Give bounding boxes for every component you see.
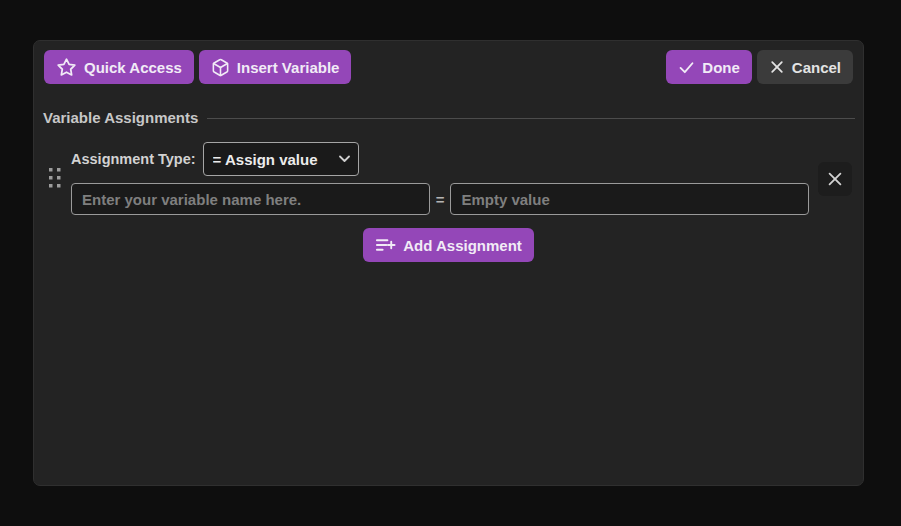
add-assignment-button[interactable]: Add Assignment	[363, 228, 534, 262]
add-assignment-label: Add Assignment	[403, 237, 522, 254]
done-button[interactable]: Done	[666, 50, 752, 84]
assignment-type-row: Assignment Type: = Assign value	[71, 142, 809, 176]
toolbar-right-group: Done Cancel	[666, 50, 853, 84]
assignment-fields: Assignment Type: = Assign value =	[71, 142, 809, 215]
assignment-type-select[interactable]: = Assign value	[203, 142, 359, 176]
cancel-label: Cancel	[792, 59, 841, 76]
done-label: Done	[702, 59, 740, 76]
insert-variable-label: Insert Variable	[237, 59, 340, 76]
assignment-row: Assignment Type: = Assign value =	[49, 142, 852, 215]
close-icon	[826, 170, 844, 188]
variable-assignments-dialog: Quick Access Insert Variable Done	[33, 40, 864, 486]
cancel-button[interactable]: Cancel	[757, 50, 853, 84]
quick-access-button[interactable]: Quick Access	[44, 50, 194, 84]
playlist-add-icon	[375, 236, 396, 254]
assignment-type-select-wrap: = Assign value	[203, 142, 359, 176]
section-divider	[207, 118, 855, 119]
section-title: Variable Assignments	[43, 109, 198, 126]
insert-variable-button[interactable]: Insert Variable	[199, 50, 352, 84]
check-icon	[678, 59, 695, 76]
remove-assignment-button[interactable]	[818, 162, 852, 196]
star-icon	[56, 57, 77, 78]
variable-value-input[interactable]	[450, 183, 809, 215]
equals-sign: =	[435, 191, 446, 208]
add-assignment-row: Add Assignment	[34, 228, 863, 262]
drag-handle-icon[interactable]	[49, 168, 63, 189]
x-icon	[769, 59, 785, 75]
quick-access-label: Quick Access	[84, 59, 182, 76]
variable-name-input[interactable]	[71, 183, 430, 215]
toolbar-left-group: Quick Access Insert Variable	[44, 50, 351, 84]
toolbar: Quick Access Insert Variable Done	[44, 50, 853, 84]
assignment-value-row: =	[71, 183, 809, 215]
cube-icon	[211, 58, 230, 77]
section-header: Variable Assignments	[43, 109, 855, 126]
assignment-type-label: Assignment Type:	[71, 151, 196, 167]
